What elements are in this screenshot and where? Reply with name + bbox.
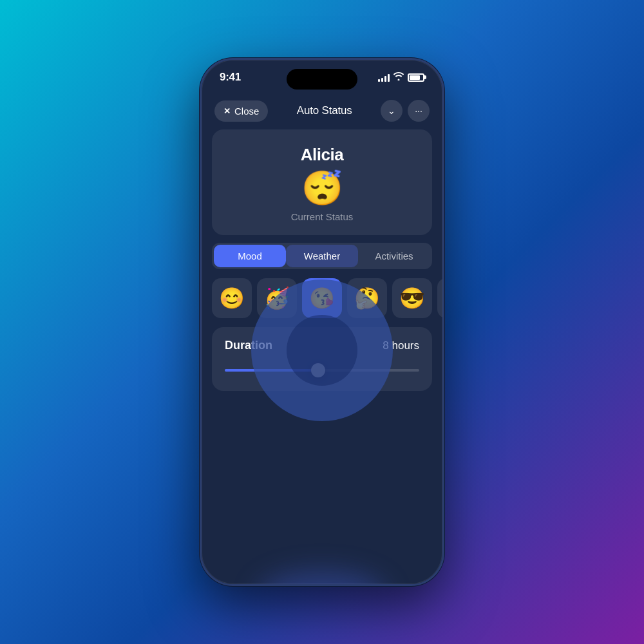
signal-icon: [378, 73, 390, 82]
dynamic-island: [287, 69, 357, 90]
duration-header: Duration 8 hours: [225, 339, 419, 352]
emoji-item-party[interactable]: 🥳: [257, 278, 297, 318]
phone-frame: 9:41 ✕ Close Auto: [200, 58, 444, 586]
close-label: Close: [234, 106, 259, 117]
emoji-item-thinking[interactable]: 🤔: [347, 278, 387, 318]
tab-weather[interactable]: Weather: [286, 245, 358, 267]
duration-section: Duration 8 hours: [212, 327, 432, 391]
tab-mood[interactable]: Mood: [214, 245, 286, 267]
status-time: 9:41: [220, 71, 241, 84]
more-icon: ···: [415, 106, 422, 116]
slider-fill: [225, 369, 318, 372]
nav-right-buttons: ⌄ ···: [381, 100, 430, 122]
emoji-grid: 😊 🥳 😘 🤔 😎 👋: [202, 278, 442, 318]
status-icons: [378, 72, 424, 82]
tabs-container: Mood Weather Activities: [212, 243, 432, 269]
wifi-icon: [393, 72, 404, 82]
duration-slider[interactable]: [225, 363, 419, 378]
slider-thumb[interactable]: [311, 363, 325, 377]
bg-glow: [258, 571, 386, 584]
nav-title: Auto Status: [297, 104, 352, 117]
emoji-item-cool[interactable]: 😎: [392, 278, 432, 318]
profile-card: Alicia 😴 Current Status: [212, 129, 432, 235]
chevron-down-button[interactable]: ⌄: [381, 100, 402, 122]
emoji-item-happy[interactable]: 😊: [212, 278, 252, 318]
close-button[interactable]: ✕ Close: [214, 100, 268, 122]
duration-label: Duration: [225, 339, 272, 352]
more-options-button[interactable]: ···: [408, 100, 430, 122]
emoji-item-kiss[interactable]: 😘: [302, 278, 342, 318]
battery-icon: [408, 73, 424, 82]
slider-track: [225, 369, 419, 372]
profile-status-text: Current Status: [291, 211, 354, 222]
profile-name: Alicia: [301, 145, 343, 165]
close-icon: ✕: [223, 106, 231, 116]
chevron-down-icon: ⌄: [388, 106, 395, 116]
emoji-item-wave[interactable]: 👋: [437, 278, 442, 318]
app-content: ✕ Close Auto Status ⌄ ··· Alicia 😴 Curre…: [202, 95, 442, 584]
tab-activities[interactable]: Activities: [358, 245, 430, 267]
duration-value: 8 hours: [383, 339, 419, 352]
nav-bar: ✕ Close Auto Status ⌄ ···: [202, 95, 442, 129]
profile-emoji: 😴: [301, 171, 343, 205]
